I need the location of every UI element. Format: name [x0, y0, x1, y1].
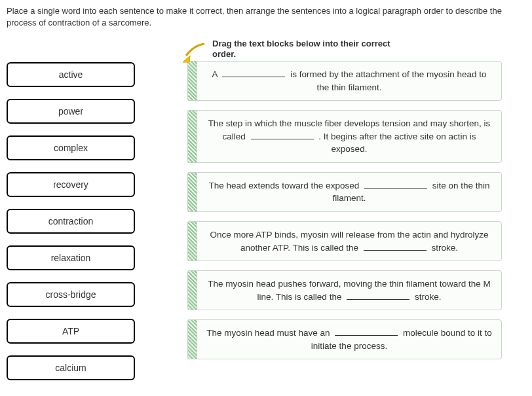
sentence-post: stroke. — [412, 292, 441, 302]
sentence-post: . It begins after the active site on act… — [316, 132, 476, 154]
sentence-text: The myosin head pushes forward, moving t… — [197, 270, 502, 310]
fill-blank[interactable] — [251, 132, 314, 139]
main-area: active power complex recovery contractio… — [7, 39, 525, 392]
sentence-pre: The myosin head must have an — [206, 328, 332, 338]
fill-blank[interactable] — [364, 242, 427, 250]
sentence-row[interactable]: The myosin head pushes forward, moving t… — [187, 270, 502, 310]
sentence-text: Once more ATP binds, myosin will release… — [197, 221, 502, 261]
sentence-pre: A — [212, 69, 219, 79]
sentence-post: stroke. — [429, 243, 458, 253]
word-option[interactable]: relaxation — [7, 245, 135, 270]
word-option[interactable]: recovery — [7, 172, 135, 197]
sentence-area: Drag the text blocks below into their co… — [187, 39, 502, 369]
sentence-post: is formed by the attachment of the myosi… — [288, 69, 486, 92]
drag-handle-icon[interactable] — [187, 110, 197, 163]
word-option[interactable]: power — [7, 99, 135, 124]
instructions-text: Place a single word into each sentence t… — [7, 5, 518, 28]
sentence-text: The step in which the muscle fiber devel… — [197, 110, 502, 163]
sentence-text: A is formed by the attachment of the myo… — [197, 61, 502, 101]
fill-blank[interactable] — [364, 181, 427, 189]
word-option[interactable]: calcium — [7, 355, 135, 380]
sentence-row[interactable]: The step in which the muscle fiber devel… — [187, 110, 502, 163]
sentence-pre: The head extends toward the exposed — [209, 181, 362, 190]
sentence-row[interactable]: A is formed by the attachment of the myo… — [187, 61, 502, 101]
drag-handle-icon[interactable] — [187, 319, 197, 359]
fill-blank[interactable] — [222, 69, 285, 77]
hint-row: Drag the text blocks below into their co… — [187, 39, 502, 58]
hint-text: Drag the text blocks below into their co… — [212, 39, 409, 60]
word-option[interactable]: ATP — [7, 319, 135, 344]
sentence-row[interactable]: Once more ATP binds, myosin will release… — [187, 221, 502, 261]
drag-handle-icon[interactable] — [187, 270, 197, 310]
word-option[interactable]: contraction — [7, 209, 135, 234]
word-option[interactable]: cross-bridge — [7, 282, 135, 307]
fill-blank[interactable] — [335, 328, 398, 336]
sentence-row[interactable]: The myosin head must have an molecule bo… — [187, 319, 502, 359]
word-option[interactable]: complex — [7, 135, 135, 160]
sentence-row[interactable]: The head extends toward the exposed site… — [187, 172, 502, 212]
sentence-text: The myosin head must have an molecule bo… — [197, 319, 502, 359]
drag-handle-icon[interactable] — [187, 221, 197, 261]
sentence-text: The head extends toward the exposed site… — [197, 172, 502, 212]
fill-blank[interactable] — [347, 292, 409, 300]
word-option[interactable]: active — [7, 62, 135, 87]
drag-handle-icon[interactable] — [187, 172, 197, 212]
word-bank: active power complex recovery contractio… — [7, 62, 135, 392]
arrow-icon — [181, 43, 207, 68]
